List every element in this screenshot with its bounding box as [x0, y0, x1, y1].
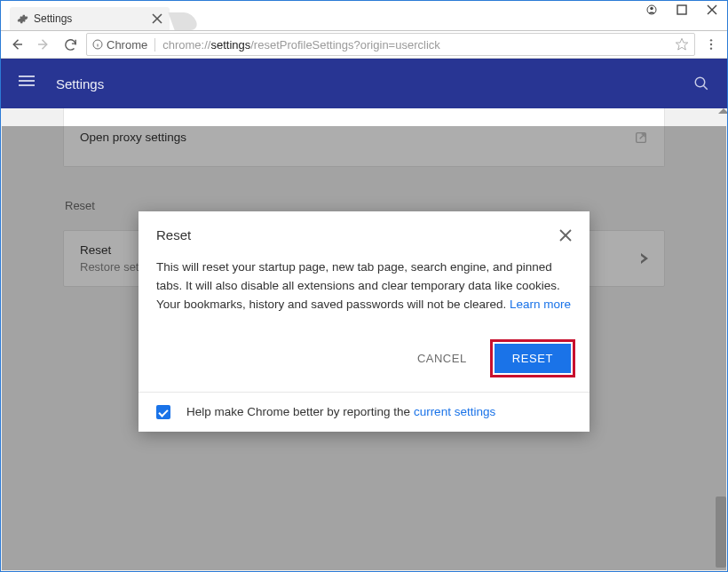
- gear-icon: [17, 13, 28, 25]
- address-bar[interactable]: Chrome chrome://settings/resetProfileSet…: [86, 33, 695, 56]
- window-controls: [637, 1, 727, 19]
- svg-marker-12: [676, 38, 687, 50]
- dialog-body-text: This will reset your startup page, new t…: [156, 260, 560, 311]
- settings-top-bar: Settings: [1, 59, 727, 108]
- cancel-button[interactable]: CANCEL: [408, 345, 476, 372]
- new-tab-button[interactable]: [168, 12, 199, 30]
- svg-point-15: [710, 47, 712, 49]
- reset-dialog: Reset This will reset your startup page,…: [138, 211, 590, 432]
- tab-settings[interactable]: Settings: [10, 7, 170, 30]
- maximize-button[interactable]: [667, 1, 697, 19]
- settings-title: Settings: [56, 76, 104, 91]
- bookmark-star-icon[interactable]: [675, 37, 689, 52]
- svg-rect-2: [677, 5, 686, 14]
- menu-icon[interactable]: [19, 73, 40, 94]
- svg-line-17: [703, 85, 708, 90]
- search-icon[interactable]: [693, 75, 709, 91]
- current-settings-link[interactable]: current settings: [414, 405, 495, 418]
- svg-point-14: [710, 44, 712, 45]
- info-icon: [92, 39, 103, 50]
- forward-button[interactable]: [33, 34, 54, 55]
- svg-point-13: [710, 39, 712, 41]
- site-info[interactable]: Chrome: [92, 38, 155, 52]
- dialog-body: This will reset your startup page, new t…: [138, 253, 590, 330]
- dialog-title: Reset: [156, 227, 191, 242]
- reset-button[interactable]: RESET: [495, 344, 571, 373]
- close-window-button[interactable]: [697, 1, 727, 19]
- tab-title: Settings: [34, 12, 72, 25]
- back-button[interactable]: [6, 34, 28, 55]
- help-text: Help make Chrome better by reporting the…: [186, 405, 495, 418]
- scroll-up-icon[interactable]: [718, 108, 728, 114]
- browser-toolbar: Chrome chrome://settings/resetProfileSet…: [1, 30, 727, 59]
- close-tab-icon[interactable]: [152, 13, 162, 24]
- reload-button[interactable]: [59, 34, 81, 55]
- profile-icon[interactable]: [637, 1, 667, 19]
- svg-point-1: [650, 7, 653, 11]
- tab-strip: Settings: [1, 1, 727, 30]
- browser-menu-button[interactable]: [700, 34, 722, 55]
- url-text: chrome://settings/resetProfileSettings?o…: [162, 38, 662, 52]
- svg-point-16: [695, 77, 705, 87]
- learn-more-link[interactable]: Learn more: [510, 298, 571, 311]
- close-dialog-button[interactable]: [559, 229, 572, 242]
- help-checkbox[interactable]: [156, 405, 170, 419]
- reset-button-highlight: RESET: [490, 339, 575, 377]
- site-label-text: Chrome: [107, 38, 147, 52]
